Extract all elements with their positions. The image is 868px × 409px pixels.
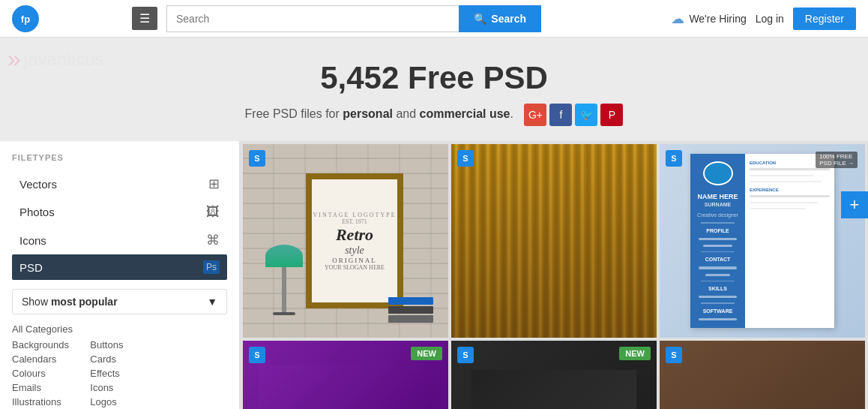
freepik-logo-icon: fp (12, 5, 39, 32)
category-logos[interactable]: Logos (90, 396, 157, 407)
category-illustrations[interactable]: Illustrations (12, 396, 75, 407)
hamburger-button[interactable]: ☰ (132, 7, 157, 30)
cloud-icon: ☁ (671, 11, 684, 27)
search-icon: 🔍 (474, 13, 486, 25)
pinterest-icon[interactable]: P (600, 104, 623, 126)
categories-col-right: Buttons Cards Effects Icons Logos Print … (90, 339, 157, 409)
hero-section: » javanticus 5,452 Free PSD Free PSD fil… (0, 38, 868, 141)
facebook-icon[interactable]: f (549, 104, 572, 126)
main-layout: FILETYPES Vectors ⊞ Photos 🖼 Icons ⌘ PSD… (0, 141, 868, 409)
psd-icon: Ps (203, 260, 220, 274)
all-categories-link[interactable]: All Categories (12, 323, 227, 335)
svg-text:fp: fp (21, 14, 30, 25)
floating-add-button[interactable]: + (841, 191, 868, 218)
s-badge-2: S (457, 150, 474, 167)
thumb-5[interactable]: YOURCOMPANY YOURCOMPANY www.yourcompany.… (451, 341, 657, 409)
search-area: 🔍 Search (166, 5, 541, 32)
content-grid: VINTAGE LOGOTYPE EST. 1971 Retro style O… (240, 141, 868, 409)
logo-area: fp (12, 5, 132, 32)
hero-description: Free PSD files for personal and commerci… (12, 104, 856, 126)
hero-title: 5,452 Free PSD (12, 60, 856, 96)
filetype-psd[interactable]: PSD Ps (12, 254, 227, 280)
login-link[interactable]: Log in (756, 13, 784, 25)
thumb-2[interactable]: S (451, 144, 657, 338)
filetype-photos[interactable]: Photos 🖼 (12, 198, 227, 226)
show-popular-label: Show most popular (22, 296, 118, 308)
new-badge-4: NEW (411, 347, 442, 360)
register-button[interactable]: Register (793, 8, 856, 30)
hero-watermark: » javanticus (0, 38, 112, 80)
category-colours[interactable]: Colours (12, 368, 75, 379)
show-popular-dropdown[interactable]: Show most popular ▼ (12, 289, 227, 314)
vectors-icon: ⊞ (208, 176, 220, 192)
category-calendars[interactable]: Calendars (12, 353, 75, 365)
vectors-label: Vectors (19, 178, 57, 191)
header-right: ☁ We're Hiring Log in Register (671, 8, 856, 30)
thumb-6[interactable]: S (660, 341, 865, 409)
s-badge-4: S (249, 347, 265, 363)
icons-icon: ⌘ (206, 232, 220, 248)
s-badge-3: S (666, 150, 682, 167)
filetype-icons[interactable]: Icons ⌘ (12, 226, 227, 254)
photos-label: Photos (19, 206, 55, 218)
twitter-icon[interactable]: 🐦 (575, 104, 597, 126)
sidebar: FILETYPES Vectors ⊞ Photos 🖼 Icons ⌘ PSD… (0, 141, 240, 409)
thumb-1[interactable]: VINTAGE LOGOTYPE EST. 1971 Retro style O… (243, 144, 448, 338)
category-buttons[interactable]: Buttons (90, 339, 157, 350)
category-emails[interactable]: Emails (12, 382, 75, 393)
s-badge-1: S (249, 150, 265, 167)
chevron-down-icon: ▼ (207, 296, 217, 308)
category-icons[interactable]: Icons (90, 382, 157, 393)
filetypes-label: FILETYPES (12, 153, 227, 162)
hiring-link[interactable]: ☁ We're Hiring (671, 11, 746, 27)
search-button[interactable]: 🔍 Search (459, 5, 541, 32)
search-label: Search (491, 13, 526, 25)
s-badge-6: S (666, 347, 682, 363)
s-badge-5: S (457, 347, 474, 363)
photos-icon: 🖼 (206, 204, 220, 220)
thumb-4[interactable]: Louis Smith COMPANY 📞 +000000 254✉ email… (243, 341, 448, 409)
search-input[interactable] (166, 5, 459, 32)
icons-label: Icons (19, 234, 46, 247)
filetype-vectors[interactable]: Vectors ⊞ (12, 170, 227, 198)
category-cards[interactable]: Cards (90, 353, 157, 365)
new-badge-5: NEW (619, 347, 651, 360)
psd-label: PSD (19, 261, 43, 274)
social-icons: G+ f 🐦 P (524, 104, 623, 126)
header: fp ☰ 🔍 Search ☁ We're Hiring Log in Regi… (0, 0, 868, 38)
category-backgrounds[interactable]: Backgrounds (12, 339, 75, 350)
categories-grid: Backgrounds Calendars Colours Emails Ill… (12, 339, 227, 409)
hiring-label: We're Hiring (689, 13, 746, 25)
google-plus-icon[interactable]: G+ (524, 104, 546, 126)
thumb-3[interactable]: NAME HERESURNAME Creative designer PROFI… (660, 144, 865, 338)
category-effects[interactable]: Effects (90, 368, 157, 379)
categories-col-left: Backgrounds Calendars Colours Emails Ill… (12, 339, 75, 409)
